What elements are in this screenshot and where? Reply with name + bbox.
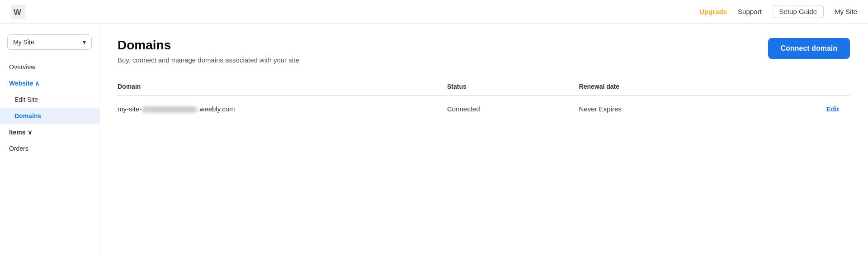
table-header-row: Domain Status Renewal date: [118, 78, 850, 96]
col-header-status: Status: [447, 78, 579, 96]
table-row: my-site-.weebly.com Connected Never Expi…: [118, 96, 850, 122]
sidebar: My Site ▾ Overview Website ∧ Edit Site D…: [0, 24, 99, 254]
domains-table: Domain Status Renewal date my-site-.weeb…: [118, 78, 850, 122]
top-nav-links: Upgrade Support Setup Guide My Site: [699, 5, 857, 18]
support-link[interactable]: Support: [738, 8, 762, 15]
action-cell: Edit: [726, 96, 850, 122]
domain-name: my-site-.weebly.com: [118, 105, 235, 113]
renewal-cell: Never Expires: [579, 96, 726, 122]
sidebar-item-orders-label: Orders: [9, 145, 28, 152]
sidebar-item-domains[interactable]: Domains: [0, 108, 99, 124]
status-badge: Connected: [447, 105, 480, 113]
sidebar-section-website[interactable]: Website ∧: [0, 75, 99, 91]
chevron-up-icon: ∧: [35, 80, 39, 87]
site-selector[interactable]: My Site ▾: [7, 34, 92, 50]
page-header-text: Domains Buy, connect and manage domains …: [118, 38, 299, 64]
domain-suffix: .weebly.com: [198, 105, 235, 113]
content-header: Domains Buy, connect and manage domains …: [118, 38, 850, 64]
renewal-date: Never Expires: [579, 105, 622, 113]
domain-cell: my-site-.weebly.com: [118, 96, 447, 122]
upgrade-link[interactable]: Upgrade: [699, 8, 727, 15]
sidebar-website-label: Website: [9, 80, 33, 87]
site-selector-label: My Site: [13, 38, 34, 46]
sidebar-item-domains-label: Domains: [14, 112, 41, 120]
svg-text:W: W: [14, 8, 21, 17]
edit-domain-link[interactable]: Edit: [826, 105, 843, 113]
content-area: Domains Buy, connect and manage domains …: [99, 24, 868, 254]
domain-prefix: my-site-: [118, 105, 142, 113]
sidebar-item-edit-site[interactable]: Edit Site: [0, 91, 99, 108]
sidebar-items-label: Items: [9, 129, 26, 136]
weebly-logo-icon: W: [11, 5, 25, 19]
domain-blurred: [142, 106, 197, 113]
chevron-down-icon: ▾: [83, 38, 86, 46]
table-body: my-site-.weebly.com Connected Never Expi…: [118, 96, 850, 122]
top-navigation: W Upgrade Support Setup Guide My Site: [0, 0, 868, 24]
sidebar-item-overview-label: Overview: [9, 63, 35, 71]
page-subtitle: Buy, connect and manage domains associat…: [118, 56, 299, 64]
sidebar-item-overview[interactable]: Overview: [0, 59, 99, 75]
status-cell: Connected: [447, 96, 579, 122]
col-header-domain: Domain: [118, 78, 447, 96]
chevron-down-icon-items: ∨: [28, 129, 32, 136]
main-layout: My Site ▾ Overview Website ∧ Edit Site D…: [0, 24, 868, 254]
col-header-renewal: Renewal date: [579, 78, 726, 96]
my-site-link[interactable]: My Site: [835, 8, 857, 15]
table-header: Domain Status Renewal date: [118, 78, 850, 96]
sidebar-section-items[interactable]: Items ∨: [0, 124, 99, 140]
logo: W: [11, 5, 25, 19]
col-header-action: [726, 78, 850, 96]
setup-guide-link[interactable]: Setup Guide: [773, 5, 824, 18]
connect-domain-button[interactable]: Connect domain: [768, 38, 850, 59]
page-title: Domains: [118, 38, 299, 53]
sidebar-item-edit-site-label: Edit Site: [14, 96, 38, 103]
sidebar-item-orders[interactable]: Orders: [0, 140, 99, 157]
